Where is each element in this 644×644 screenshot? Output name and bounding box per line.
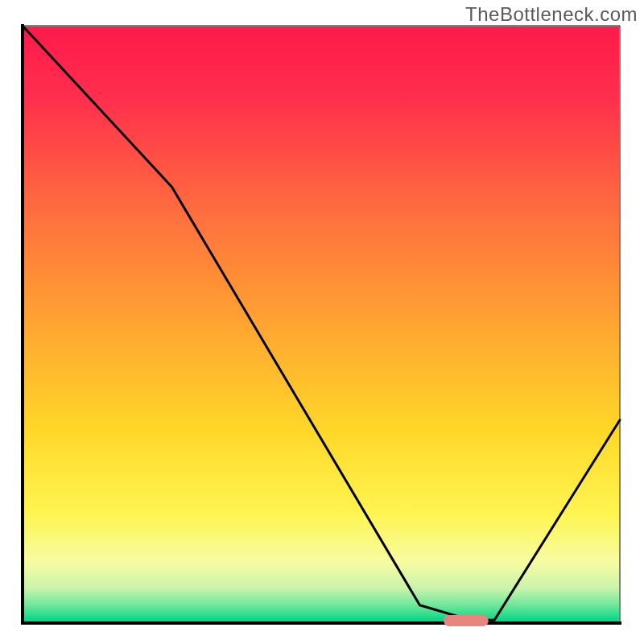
chart-root: TheBottleneck.com (0, 0, 644, 644)
chart-canvas (0, 0, 644, 644)
gradient-background (24, 27, 619, 621)
highlight-pill (444, 615, 489, 626)
